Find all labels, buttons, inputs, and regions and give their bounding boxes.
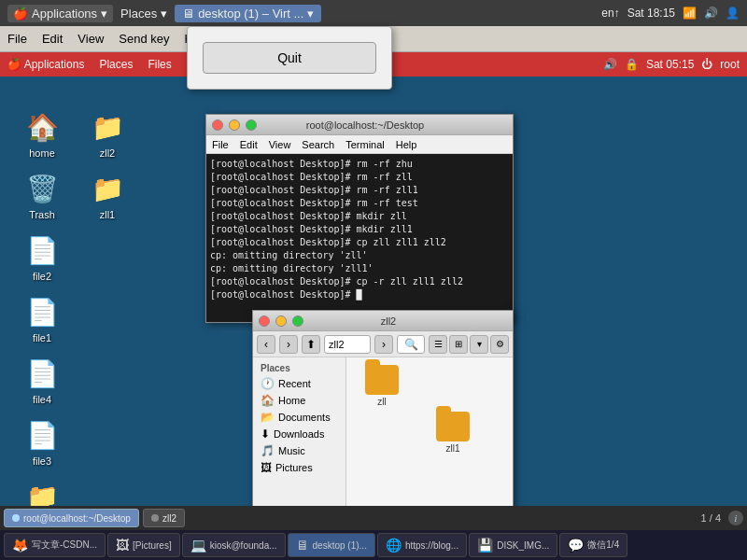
vm-taskbar-terminal[interactable]: root@localhost:~/Desktop [4,509,139,527]
topbar-left: 🍎 Applications ▾ Places ▾ 🖥 desktop (1) … [7,5,321,22]
places-label: Places [120,7,157,21]
terminal-line-8: cp: omitting directory 'zll' [210,249,509,262]
desktop-icon-zll1[interactable]: 📁 zll1 [75,166,140,224]
vm-places-menu[interactable]: Places [99,58,133,71]
desktop-icon-home[interactable]: 🏠 home [9,105,75,162]
vm-taskbar-filemanager[interactable]: zll2 [143,509,185,527]
desktop-background: 🏠 home 🗑️ Trash 📄 file2 📄 file1 📄 [0,77,747,506]
fm-file-zll[interactable]: zll [354,365,410,454]
fm-close-button[interactable] [259,315,270,327]
virt-label: desktop (1)... [313,540,367,551]
fm-forward-button[interactable]: › [279,335,298,354]
zll-folder-icon [365,365,399,395]
fm-window-controls [259,315,306,327]
terminal-body[interactable]: [root@localhost Desktop]# rm -rf zhu [ro… [206,154,513,322]
terminal-line-3: [root@localhost Desktop]# rm -rf zll1 [210,184,509,197]
vm-menu-edit[interactable]: Edit [42,32,63,46]
quit-button[interactable]: Quit [203,42,376,74]
terminal-line-7: [root@localhost Desktop]# cp zll zll1 zl… [210,236,509,249]
fm-settings-button[interactable]: ⚙ [490,335,509,354]
terminal-menu-edit[interactable]: Edit [240,139,258,150]
host-task-virt[interactable]: 🖥 desktop (1)... [288,533,375,557]
fm-list-view-button[interactable]: ☰ [429,335,447,354]
fm-sidebar: Places 🕐 Recent 🏠 Home 📂 Documents [253,357,346,525]
desktop-icon-file1[interactable]: 📄 file1 [9,289,75,347]
home-sidebar-icon: 🏠 [261,394,275,407]
desktop-icon-file3[interactable]: 📄 file3 [9,413,75,470]
disk-icon: 💾 [477,538,493,553]
fm-file-zll1[interactable]: zll1 [425,412,481,454]
desktop-icon-file4[interactable]: 📄 file4 [9,351,75,409]
vm-power-icon: ⏻ [701,58,712,71]
vm-applications-menu[interactable]: 🍎 Applications [7,58,84,71]
terminal-menu-help[interactable]: Help [396,139,417,150]
virt-icon: 🖥 [296,538,309,553]
terminal-line-9: cp: omitting directory 'zll1' [210,262,509,275]
host-task-disk[interactable]: 💾 DISK_IMG... [469,533,557,557]
clock: Sat 18:15 [627,7,675,20]
vm-files-menu[interactable]: Files [148,58,171,71]
fm-sidebar-pictures[interactable]: 🖼 Pictures [253,459,345,476]
disk-label: DISK_IMG... [497,540,549,551]
zll2-icon: 📁 [89,108,126,146]
fm-sidebar-music[interactable]: 🎵 Music [253,442,345,459]
host-task-firefox[interactable]: 🦊 写文章-CSDN... [4,533,106,557]
host-task-weixin[interactable]: 💬 微信1/4 [559,533,627,557]
trash-icon: 🗑️ [23,170,61,207]
fm-path-box[interactable]: zll2 [324,335,371,354]
window-icon: 🖥 [182,7,194,21]
vm-menu-file[interactable]: File [7,32,27,46]
zll2-label: zll2 [100,147,116,159]
terminal-menu-file[interactable]: File [212,139,229,150]
fm-sidebar-downloads[interactable]: ⬇ Downloads [253,426,345,442]
terminal-menu-terminal[interactable]: Terminal [345,139,385,150]
fm-sort-button[interactable]: ▾ [470,335,488,354]
terminal-line-11: [root@localhost Desktop]# █ [210,288,509,301]
vm-menu-view[interactable]: View [78,32,104,46]
fm-sidebar-recent[interactable]: 🕐 Recent [253,375,345,392]
places-menu[interactable]: Places ▾ [115,5,173,22]
zll1-icon: 📁 [89,170,126,207]
host-task-pictures[interactable]: 🖼 [Pictures] [107,533,180,557]
terminal-titlebar: root@localhost:~/Desktop [206,115,513,135]
fm-body: Places 🕐 Recent 🏠 Home 📂 Documents [253,357,513,525]
terminal-window-controls [212,119,260,131]
terminal-minimize-button[interactable] [229,119,240,131]
terminal-menu-search[interactable]: Search [302,139,334,150]
places-chevron-icon: ▾ [161,7,167,21]
zll1-label: zll1 [100,209,116,220]
fm-minimize-button[interactable] [275,315,287,327]
blog-label: https://blog... [405,540,458,551]
music-icon: 🎵 [261,444,275,457]
terminal-line-2: [root@localhost Desktop]# rm -rf zll [210,171,509,184]
vm-menu-sendkey[interactable]: Send key [119,32,169,46]
host-task-blog[interactable]: 🌐 https://blog... [377,533,467,557]
fm-sidebar-documents[interactable]: 📂 Documents [253,409,345,426]
fm-search-box[interactable]: 🔍 [397,335,425,354]
fm-path-nav-button[interactable]: › [374,335,393,354]
firefox-icon: 🦊 [12,538,28,553]
fm-up-button[interactable]: ⬆ [302,335,320,354]
applications-menu[interactable]: 🍎 Applications ▾ [7,5,113,22]
file2-icon: 📄 [23,231,61,269]
fm-sidebar-home[interactable]: 🏠 Home [253,392,345,409]
desktop-icon-zll2[interactable]: 📁 zll2 [75,105,140,162]
fm-back-button[interactable]: ‹ [257,335,275,354]
fm-maximize-button[interactable] [292,315,303,327]
wifi-icon: 📶 [683,7,697,20]
pictures-icon: 🖼 [261,461,272,474]
host-task-terminal2[interactable]: 💻 kiosk@founda... [182,533,286,557]
desktop-icon-file2[interactable]: 📄 file2 [9,228,75,286]
fm-grid-view-button[interactable]: ⊞ [449,335,468,354]
vm-lock-icon: 🔒 [625,58,639,71]
fm-sidebar-home-label: Home [278,395,305,406]
desktop-icons-col2: 📁 zll2 📁 zll1 [75,105,140,224]
active-window-indicator[interactable]: 🖥 desktop (1) – Virt ... ▾ [175,5,321,22]
terminal-maximize-button[interactable] [246,119,257,131]
terminal-close-button[interactable] [212,119,223,131]
desktop-icon-trash[interactable]: 🗑️ Trash [9,166,75,224]
system-topbar: 🍎 Applications ▾ Places ▾ 🖥 desktop (1) … [0,0,747,26]
taskbar-info-icon[interactable]: i [728,511,743,525]
blog-icon: 🌐 [386,538,402,553]
terminal-menu-view[interactable]: View [269,139,291,150]
